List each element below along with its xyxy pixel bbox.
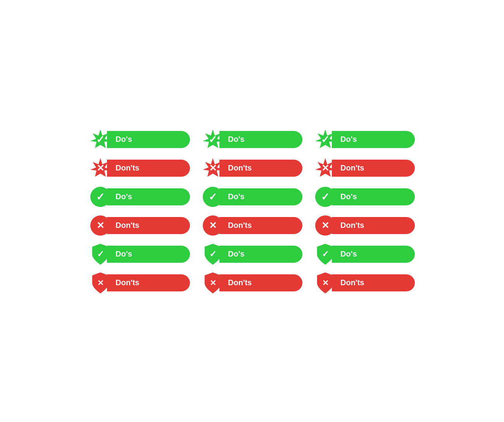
do-label: Do's xyxy=(332,131,415,148)
do-label: Do's xyxy=(107,188,190,205)
shield-icon-green: ✓ xyxy=(202,243,224,265)
badge-star-do-2: ✓ Do's xyxy=(202,129,302,150)
checkmark-icon: ✓ xyxy=(321,134,330,145)
circle-icon-green: ✓ xyxy=(89,186,112,208)
do-label: Do's xyxy=(332,188,415,205)
circle-icon-red: ✕ xyxy=(314,214,337,237)
circle-icon-red: ✕ xyxy=(89,214,112,237)
circle-icon-red: ✕ xyxy=(202,214,224,237)
badge-circle-do-1: ✓ Do's xyxy=(89,186,190,208)
xmark-icon: ✕ xyxy=(210,279,216,287)
xmark-icon: ✕ xyxy=(97,221,104,230)
dont-label: Don'ts xyxy=(332,217,415,234)
badge-circle-do-3: ✓ Do's xyxy=(314,186,415,208)
checkmark-icon: ✓ xyxy=(97,250,104,258)
xmark-icon: ✕ xyxy=(97,279,104,287)
dont-label: Don'ts xyxy=(332,160,415,177)
circle-icon-green: ✓ xyxy=(314,186,337,208)
badge-shield-dont-2: ✕ Don'ts xyxy=(202,272,302,294)
badge-shield-dont-3: ✕ Don'ts xyxy=(314,272,415,294)
do-label: Do's xyxy=(107,131,190,148)
badge-star-do-3: ✓ Do's xyxy=(314,129,415,150)
shield-icon-red: ✕ xyxy=(314,272,337,294)
checkmark-icon: ✓ xyxy=(321,192,330,202)
badge-shield-dont-1: ✕ Don'ts xyxy=(89,272,190,294)
checkmark-icon: ✓ xyxy=(322,250,329,258)
do-label: Do's xyxy=(107,246,190,263)
badge-circle-do-2: ✓ Do's xyxy=(202,186,302,208)
dont-label: Don'ts xyxy=(107,160,190,177)
xmark-icon: ✕ xyxy=(97,164,104,173)
badge-star-do-1: ✓ Do's xyxy=(89,129,190,150)
xmark-icon: ✕ xyxy=(321,164,329,173)
shield-icon-green: ✓ xyxy=(314,243,337,265)
badge-star-dont-1: ✕ Don'ts xyxy=(89,157,190,179)
xmark-icon: ✕ xyxy=(321,221,329,230)
xmark-icon: ✕ xyxy=(209,164,217,173)
do-label: Do's xyxy=(332,246,415,263)
circle-icon-green: ✓ xyxy=(202,186,224,208)
dont-label: Don'ts xyxy=(332,274,415,291)
badge-circle-dont-3: ✕ Don'ts xyxy=(314,215,415,236)
shield-icon-red: ✕ xyxy=(202,272,224,294)
dont-label: Don'ts xyxy=(107,274,190,291)
do-label: Do's xyxy=(219,188,302,205)
badge-shield-do-2: ✓ Do's xyxy=(202,243,302,265)
dont-label: Don'ts xyxy=(219,160,302,177)
badge-star-dont-3: ✕ Don'ts xyxy=(314,157,415,179)
badge-circle-dont-2: ✕ Don'ts xyxy=(202,215,302,236)
checkmark-icon: ✓ xyxy=(96,192,105,202)
star-icon-green: ✓ xyxy=(314,128,337,151)
badge-star-dont-2: ✕ Don'ts xyxy=(202,157,302,179)
star-icon-green: ✓ xyxy=(202,128,224,151)
dont-label: Don'ts xyxy=(107,217,190,234)
checkmark-icon: ✓ xyxy=(96,134,105,145)
dont-label: Don'ts xyxy=(219,217,302,234)
checkmark-icon: ✓ xyxy=(209,250,216,258)
do-label: Do's xyxy=(219,246,302,263)
star-icon-green: ✓ xyxy=(89,128,112,151)
xmark-icon: ✕ xyxy=(322,279,329,287)
star-icon-red: ✕ xyxy=(314,157,337,179)
checkmark-icon: ✓ xyxy=(209,134,217,145)
shield-icon-red: ✕ xyxy=(89,272,112,294)
shield-icon-green: ✓ xyxy=(89,243,112,265)
badge-circle-dont-1: ✕ Don'ts xyxy=(89,215,190,236)
star-icon-red: ✕ xyxy=(89,157,112,179)
dont-label: Don'ts xyxy=(219,274,302,291)
do-label: Do's xyxy=(219,131,302,148)
star-icon-red: ✕ xyxy=(202,157,224,179)
badge-shield-do-3: ✓ Do's xyxy=(314,243,415,265)
badge-shield-do-1: ✓ Do's xyxy=(89,243,190,265)
checkmark-icon: ✓ xyxy=(209,192,217,202)
xmark-icon: ✕ xyxy=(209,221,217,230)
badge-grid: ✓ Do's ✓ Do's ✓ Do's ✕ Don'ts xyxy=(74,113,430,309)
